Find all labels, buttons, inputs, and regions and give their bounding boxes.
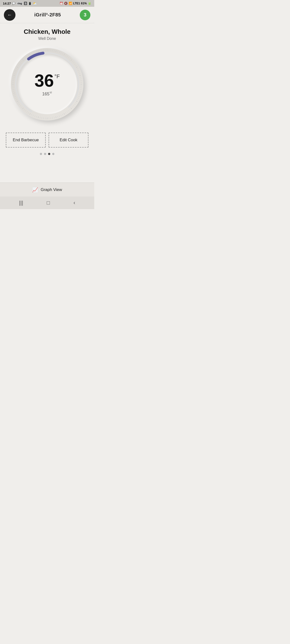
svg-line-78 xyxy=(19,104,20,105)
svg-line-62 xyxy=(44,117,44,119)
svg-line-107 xyxy=(25,57,26,58)
svg-line-73 xyxy=(25,110,26,111)
svg-line-87 xyxy=(13,90,14,90)
svg-line-23 xyxy=(78,72,80,72)
svg-line-15 xyxy=(71,60,72,60)
svg-line-77 xyxy=(20,105,21,106)
target-temp-unit: °F xyxy=(49,91,52,94)
svg-line-36 xyxy=(79,95,81,95)
svg-line-53 xyxy=(59,116,60,117)
svg-line-98 xyxy=(15,70,17,71)
alarm-icon: ⏰ xyxy=(60,2,63,5)
svg-line-113 xyxy=(35,52,35,53)
svg-line-88 xyxy=(12,88,14,88)
page-title: iGrill³-2F85 xyxy=(34,12,61,18)
menu-button[interactable]: ||| xyxy=(19,200,23,206)
svg-line-40 xyxy=(76,101,78,102)
svg-line-22 xyxy=(78,70,79,71)
back-button[interactable]: ← xyxy=(4,9,16,21)
notification-badge[interactable]: 3 xyxy=(80,10,90,20)
svg-line-18 xyxy=(74,64,76,65)
svg-line-93 xyxy=(13,79,14,79)
svg-line-112 xyxy=(33,52,34,54)
svg-line-75 xyxy=(22,108,24,109)
back-arrow-icon: ← xyxy=(7,12,12,18)
temperature-gauge: 36 °F 165°F xyxy=(11,48,83,120)
svg-line-63 xyxy=(42,117,42,119)
svg-line-54 xyxy=(58,116,58,118)
graph-view-label: Graph View xyxy=(41,188,62,192)
svg-line-50 xyxy=(64,113,65,115)
graph-view-bar[interactable]: 📈 Graph View xyxy=(0,182,94,196)
temperature-unit: °F xyxy=(54,74,60,79)
weather-icon: ⛅ xyxy=(33,2,37,5)
svg-line-69 xyxy=(31,114,32,116)
svg-line-68 xyxy=(33,115,34,116)
svg-line-45 xyxy=(71,108,72,109)
svg-line-9 xyxy=(62,53,63,54)
edit-cook-button[interactable]: Edit Cook xyxy=(49,132,88,148)
target-temperature: 165°F xyxy=(42,91,52,96)
svg-line-41 xyxy=(75,102,77,103)
svg-line-39 xyxy=(77,100,78,100)
end-barbecue-button[interactable]: End Barbecue xyxy=(6,132,46,148)
svg-line-14 xyxy=(69,58,71,60)
main-content: Chicken, Whole Well Done 36 xyxy=(0,23,94,182)
svg-line-101 xyxy=(18,65,19,66)
svg-line-84 xyxy=(14,95,16,95)
navigation-bar: ||| □ ‹ xyxy=(0,196,94,209)
battery-label: 61% xyxy=(81,2,87,5)
food-name: Chicken, Whole xyxy=(24,28,71,36)
svg-line-49 xyxy=(65,112,66,114)
svg-line-115 xyxy=(38,50,39,52)
svg-line-104 xyxy=(21,61,22,62)
svg-line-28 xyxy=(80,81,82,81)
svg-line-70 xyxy=(30,113,31,115)
svg-line-46 xyxy=(69,109,71,110)
doneness-label: Well Done xyxy=(38,36,56,41)
svg-line-109 xyxy=(28,55,29,56)
svg-line-106 xyxy=(24,58,25,60)
svg-line-102 xyxy=(19,64,20,65)
current-temperature: 36 xyxy=(35,72,54,89)
mute-icon: 🔇 xyxy=(64,2,68,5)
svg-line-5 xyxy=(56,50,56,52)
svg-line-10 xyxy=(64,54,65,55)
svg-line-108 xyxy=(27,56,28,58)
svg-line-51 xyxy=(62,114,63,116)
page-dot-4 xyxy=(52,153,54,155)
header: ← iGrill³-2F85 3 xyxy=(0,7,94,23)
svg-line-65 xyxy=(38,116,39,118)
svg-line-21 xyxy=(77,68,78,69)
svg-line-74 xyxy=(24,109,25,110)
svg-line-26 xyxy=(80,77,81,77)
svg-line-17 xyxy=(73,62,74,63)
svg-line-3 xyxy=(53,50,53,52)
svg-line-8 xyxy=(61,52,61,54)
svg-line-66 xyxy=(36,116,37,118)
svg-line-76 xyxy=(21,106,22,108)
svg-line-47 xyxy=(68,110,69,111)
page-indicator xyxy=(40,153,54,155)
ring-icon: ring xyxy=(17,2,23,5)
svg-line-56 xyxy=(54,117,54,118)
back-nav-button[interactable]: ‹ xyxy=(74,200,75,206)
svg-line-6 xyxy=(58,51,58,53)
svg-line-114 xyxy=(36,51,37,53)
action-buttons: End Barbecue Edit Cook xyxy=(0,132,94,148)
svg-line-94 xyxy=(13,77,15,77)
svg-line-35 xyxy=(79,93,81,94)
svg-line-12 xyxy=(67,56,68,58)
svg-line-25 xyxy=(79,75,81,76)
svg-line-38 xyxy=(78,98,79,98)
svg-line-95 xyxy=(13,75,15,76)
svg-line-48 xyxy=(67,111,68,113)
svg-line-19 xyxy=(75,65,77,66)
graph-icon: 📈 xyxy=(32,187,38,193)
s-icon: S xyxy=(24,2,27,5)
svg-line-2 xyxy=(51,50,51,51)
home-button[interactable]: □ xyxy=(47,200,50,206)
gauge-outer-ring: 36 °F 165°F xyxy=(11,48,83,120)
svg-line-4 xyxy=(54,50,54,52)
svg-line-16 xyxy=(72,61,73,62)
